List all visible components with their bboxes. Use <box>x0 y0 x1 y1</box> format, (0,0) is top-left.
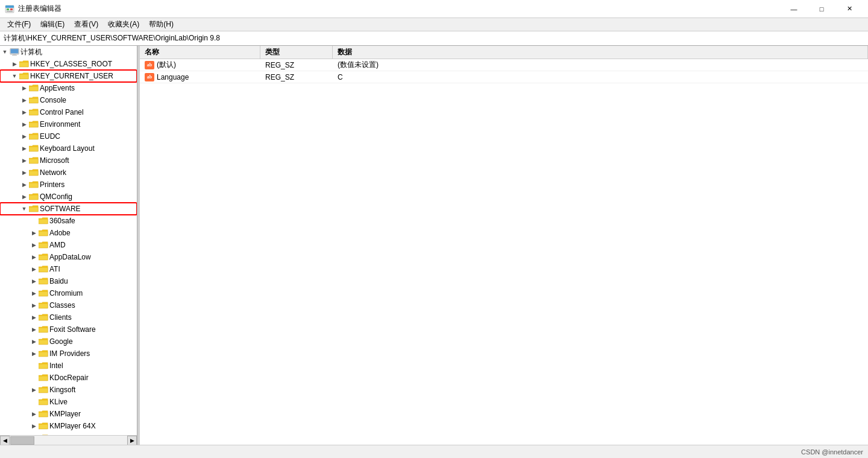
tree-node-kingsoft[interactable]: ▶ Kingsoft <box>0 384 137 396</box>
status-credit: CSDN @innetdancer <box>801 448 863 456</box>
tree-node-kmplayer[interactable]: ▶ KMPlayer <box>0 408 137 420</box>
tree-node-kmplayer64x[interactable]: ▶ KMPlayer 64X <box>0 420 137 432</box>
tree-node-microsoft[interactable]: ▶ Microsoft <box>0 154 137 167</box>
folder-icon-kmplayer64x <box>39 421 48 431</box>
tree-arrow-kmplayer64x[interactable]: ▶ <box>29 420 39 432</box>
tree-node-hkey_current_user[interactable]: ▼ HKEY_CURRENT_USER <box>0 70 137 82</box>
tree-node-classes[interactable]: ▶ Classes <box>0 299 137 311</box>
detail-cell-type-1: REG_SZ <box>260 73 333 81</box>
tree-arrow-console[interactable]: ▶ <box>19 94 29 106</box>
tree-arrow-kmplayer[interactable]: ▶ <box>29 408 39 420</box>
tree-arrow-microsoft[interactable]: ▶ <box>19 154 29 167</box>
tree-arrow-computer[interactable]: ▼ <box>0 46 10 58</box>
tree-arrow-chromium[interactable]: ▶ <box>29 287 39 299</box>
tree-arrow-im_providers[interactable]: ▶ <box>29 348 39 360</box>
tree-arrow-hkey_current_user[interactable]: ▼ <box>10 70 19 82</box>
tree-node-qmconfig[interactable]: ▶ QMConfig <box>0 191 137 203</box>
tree-label-chromium: Chromium <box>49 289 83 297</box>
folder-icon-intel <box>39 361 48 371</box>
tree-arrow-software[interactable]: ▼ <box>19 203 29 215</box>
menu-item-view[interactable]: 查看(V) <box>69 18 103 31</box>
tree-arrow-environment[interactable]: ▶ <box>19 118 29 130</box>
tree-node-klive[interactable]: KLive <box>0 396 137 408</box>
col-header-data: 数据 <box>333 46 868 59</box>
menu-item-help[interactable]: 帮助(H) <box>144 18 178 31</box>
tree-arrow-intel[interactable] <box>29 360 39 372</box>
tree-node-software[interactable]: ▼ SOFTWARE <box>0 203 137 215</box>
tree-arrow-appdatalow[interactable]: ▶ <box>29 251 39 263</box>
tree-arrow-adobe[interactable]: ▶ <box>29 227 39 239</box>
tree-label-adobe: Adobe <box>49 229 71 237</box>
folder-icon-clients <box>39 313 48 322</box>
tree-node-printers[interactable]: ▶ Printers <box>0 179 137 191</box>
maximize-button[interactable]: □ <box>808 0 835 18</box>
minimize-button[interactable]: — <box>780 0 808 18</box>
tree-node-ati[interactable]: ▶ ATI <box>0 263 137 275</box>
tree-node-google[interactable]: ▶ Google <box>0 336 137 348</box>
hscroll-thumb[interactable] <box>10 436 34 445</box>
detail-cell-name-1: abLanguage <box>140 73 260 81</box>
tree-arrow-kdocrepair[interactable] <box>29 372 39 384</box>
tree-arrow-classes[interactable]: ▶ <box>29 299 39 311</box>
computer-icon <box>10 47 19 57</box>
folder-icon-adobe <box>39 228 48 238</box>
tree-arrow-amd[interactable]: ▶ <box>29 239 39 251</box>
tree-arrow-foxit_software[interactable]: ▶ <box>29 323 39 336</box>
detail-cell-data-1: C <box>333 73 868 81</box>
folder-icon-console <box>29 95 39 105</box>
tree-arrow-network[interactable]: ▶ <box>19 167 29 179</box>
tree-label-network: Network <box>40 168 66 177</box>
tree-node-360safe[interactable]: 360safe <box>0 215 137 227</box>
tree-node-foxit_software[interactable]: ▶ Foxit Software <box>0 323 137 336</box>
tree-arrow-qmconfig[interactable]: ▶ <box>19 191 29 203</box>
tree-arrow-klive[interactable] <box>29 396 39 408</box>
hscroll-right-btn[interactable]: ▶ <box>127 436 137 445</box>
detail-row-0[interactable]: ab(默认)REG_SZ(数值未设置) <box>140 59 868 71</box>
tree-node-amd[interactable]: ▶ AMD <box>0 239 137 251</box>
tree-arrow-control_panel[interactable]: ▶ <box>19 106 29 118</box>
tree-arrow-eudc[interactable]: ▶ <box>19 130 29 142</box>
tree-node-clients[interactable]: ▶ Clients <box>0 311 137 323</box>
horizontal-scrollbar[interactable]: ◀ ▶ <box>0 435 137 445</box>
tree-arrow-kingsoft[interactable]: ▶ <box>29 384 39 396</box>
tree-arrow-360safe[interactable] <box>29 215 39 227</box>
tree-label-clients: Clients <box>49 313 72 322</box>
tree-node-control_panel[interactable]: ▶ Control Panel <box>0 106 137 118</box>
folder-icon-printers <box>29 180 39 189</box>
menu-item-file[interactable]: 文件(F) <box>2 18 36 31</box>
folder-icon-kmplayer <box>39 409 48 419</box>
tree-node-hkey_classes_root[interactable]: ▶ HKEY_CLASSES_ROOT <box>0 58 137 70</box>
tree-arrow-google[interactable]: ▶ <box>29 336 39 348</box>
tree-node-kdocrepair[interactable]: KDocRepair <box>0 372 137 384</box>
tree-arrow-clients[interactable]: ▶ <box>29 311 39 323</box>
tree-label-control_panel: Control Panel <box>40 108 84 116</box>
tree-node-baidu[interactable]: ▶ Baidu <box>0 275 137 287</box>
tree-arrow-keyboard_layout[interactable]: ▶ <box>19 142 29 154</box>
tree-node-appdatalow[interactable]: ▶ AppDataLow <box>0 251 137 263</box>
tree-arrow-appevents[interactable]: ▶ <box>19 82 29 94</box>
tree-node-appevents[interactable]: ▶ AppEvents <box>0 82 137 94</box>
tree-arrow-hkey_classes_root[interactable]: ▶ <box>10 58 19 70</box>
tree-node-im_providers[interactable]: ▶ IM Providers <box>0 348 137 360</box>
tree-node-keyboard_layout[interactable]: ▶ Keyboard Layout <box>0 142 137 154</box>
tree-node-environment[interactable]: ▶ Environment <box>0 118 137 130</box>
tree-node-chromium[interactable]: ▶ Chromium <box>0 287 137 299</box>
tree-arrow-baidu[interactable]: ▶ <box>29 275 39 287</box>
tree-node-adobe[interactable]: ▶ Adobe <box>0 227 137 239</box>
menu-item-edit[interactable]: 编辑(E) <box>36 18 69 31</box>
detail-row-1[interactable]: abLanguageREG_SZC <box>140 71 868 83</box>
folder-icon-hkey_classes_root <box>19 59 29 69</box>
tree-node-computer[interactable]: ▼ 计算机 <box>0 46 137 58</box>
tree-node-network[interactable]: ▶ Network <box>0 167 137 179</box>
tree-node-eudc[interactable]: ▶ EUDC <box>0 130 137 142</box>
tree-arrow-printers[interactable]: ▶ <box>19 179 29 191</box>
menu-item-favorites[interactable]: 收藏夹(A) <box>103 18 144 31</box>
tree-node-intel[interactable]: Intel <box>0 360 137 372</box>
tree-label-eudc: EUDC <box>40 132 60 141</box>
hscroll-left-btn[interactable]: ◀ <box>0 436 10 445</box>
tree-scroll[interactable]: ▼ 计算机▶ HKEY_CLASSES_ROOT▼ HKEY_CURRENT_U… <box>0 46 137 435</box>
tree-node-console[interactable]: ▶ Console <box>0 94 137 106</box>
detail-cell-name-0: ab(默认) <box>140 60 260 70</box>
close-button[interactable]: ✕ <box>835 0 863 18</box>
tree-arrow-ati[interactable]: ▶ <box>29 263 39 275</box>
